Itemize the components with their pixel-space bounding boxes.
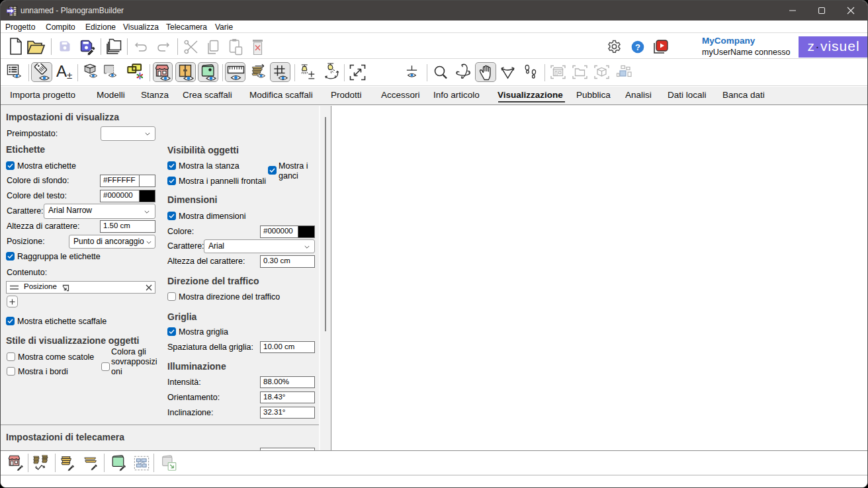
- svg-text:?: ?: [635, 42, 640, 52]
